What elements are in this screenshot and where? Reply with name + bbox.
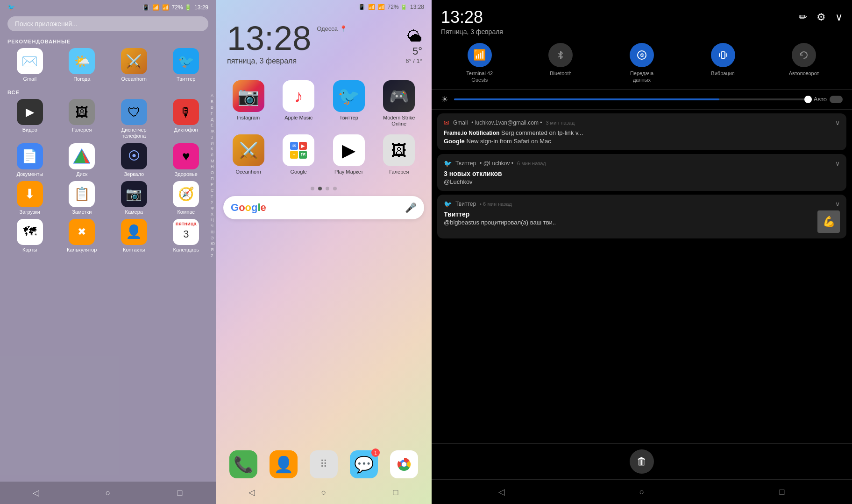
drawer-app-gallery[interactable]: 🖼 Галерея: [58, 99, 106, 139]
home-google-search[interactable]: Google 🎤: [223, 196, 424, 219]
dock-messages[interactable]: 💬 1: [350, 450, 378, 478]
instagram-label: Instagram: [237, 115, 260, 121]
oceanhorn-label: Oceanhorn: [121, 76, 147, 82]
drawer-app-oceanhorn[interactable]: ⚔️ Oceanhorn: [110, 48, 158, 82]
drawer-app-gmail[interactable]: ✉️ Gmail: [6, 48, 54, 82]
quick-vibrate-button[interactable]: Вибрация: [704, 43, 742, 84]
gmail-label: Gmail: [23, 76, 36, 82]
drawer-app-health[interactable]: ♥ Здоровье: [162, 143, 211, 177]
home-location: Одесса 📍: [317, 21, 347, 32]
dock-dialer[interactable]: ⠿: [310, 450, 338, 478]
drawer-home-button[interactable]: ○: [99, 484, 116, 501]
drawer-app-contacts[interactable]: 👤 Контакты: [110, 219, 158, 253]
brightness-auto-toggle[interactable]: [830, 96, 843, 103]
gmail-icon: ✉️: [17, 48, 43, 74]
home-app-twitter[interactable]: 🐦 Твиттер: [327, 80, 370, 127]
notif-card-twitter2[interactable]: 🐦 Твиттер • 6 мин назад ∨ Твиттер @bigbe…: [437, 195, 846, 238]
health-icon: ♥: [173, 143, 199, 169]
drawer-search-placeholder: Поиск приложений...: [15, 20, 78, 28]
alphabet-scroll[interactable]: АБВ ГДЕ ЖЗИ КЛМ НОП РСТ УФХ ЦЧШ ЭЮЯ Z: [211, 93, 215, 259]
home-back-button[interactable]: ◁: [243, 484, 260, 501]
edit-icon[interactable]: ✏: [799, 11, 807, 23]
clear-notifications-button[interactable]: 🗑: [630, 449, 654, 474]
recommended-label: РЕКОМЕНДОВАННЫЕ: [0, 37, 216, 48]
dock-phone[interactable]: 📞: [229, 450, 257, 478]
quick-wifi-button[interactable]: 📶 Terminal 42Guests: [461, 43, 498, 84]
home-app-oceanhorn[interactable]: ⚔️ Oceanhorn: [227, 134, 270, 175]
quick-data-button[interactable]: ① Передачаданных: [623, 43, 660, 84]
weather-icon: 🌤️: [69, 48, 95, 74]
drawer-back-button[interactable]: ◁: [28, 484, 44, 501]
home-app-grid-row2: ⚔️ Oceanhorn ✉ ▶ + 🗺 Google ▶ Play Марке…: [216, 133, 432, 181]
notif-gmail-body2-sender: Google: [444, 138, 465, 145]
svg-text:①: ①: [639, 53, 644, 58]
home-dock: 📞 👤 ⠿ 💬 1: [216, 450, 432, 478]
drawer-app-maps[interactable]: 🗺 Карты: [6, 219, 54, 253]
wifi-quick-icon: 📶: [468, 43, 492, 67]
quick-rotation-button[interactable]: Автоповорот: [785, 43, 823, 84]
dock-contacts[interactable]: 👤: [270, 450, 298, 478]
drawer-app-notes[interactable]: 📋 Заметки: [58, 181, 106, 215]
apple-music-icon: ♪: [283, 80, 314, 112]
quick-bluetooth-button[interactable]: Bluetooth: [542, 43, 579, 84]
drawer-app-weather[interactable]: 🌤️ Погода: [58, 48, 106, 82]
notif-twitter1-expand-icon[interactable]: ∨: [835, 160, 840, 167]
notif-gmail-expand-icon[interactable]: ∨: [835, 119, 840, 126]
notif-twitter2-body: Твиттер @bigbeastus процитировал(а) ваш …: [444, 210, 840, 233]
settings-icon[interactable]: ⚙: [816, 11, 826, 23]
drawer-app-video[interactable]: ▶ Видео: [6, 99, 54, 139]
dot-4: [333, 187, 337, 190]
gallery-label: Галерея: [72, 127, 92, 133]
dock-phone-icon: 📞: [229, 450, 257, 478]
notif-twitter2-expand-icon[interactable]: ∨: [835, 200, 840, 208]
brightness-auto-label: Авто: [814, 96, 827, 103]
drawer-search-bar[interactable]: Поиск приложений...: [7, 16, 208, 31]
dock-chrome[interactable]: [390, 450, 418, 478]
notif-recent-button[interactable]: □: [774, 483, 790, 500]
drawer-battery: 72% 🔋: [172, 4, 192, 11]
notif-gmail-icon: ✉: [444, 119, 449, 126]
notif-back-button[interactable]: ◁: [493, 483, 510, 500]
home-app-instagram[interactable]: 📷 Instagram: [227, 80, 270, 127]
drawer-recent-button[interactable]: □: [171, 484, 188, 501]
compass-icon: 🧭: [173, 181, 199, 207]
docs-icon: 📄: [17, 143, 43, 169]
drawer-vibrate-icon: 📳: [142, 4, 149, 11]
notes-icon: 📋: [69, 181, 95, 207]
vibrate-quick-icon: [711, 43, 735, 67]
home-app-modern-strike[interactable]: 🎮 Modern Strike Online: [378, 80, 421, 127]
drawer-app-twitter[interactable]: 🐦 Твиттер: [162, 48, 211, 82]
drawer-app-calc[interactable]: ✖ Калькулятор: [58, 219, 106, 253]
gallery2-icon: 🖼: [383, 134, 415, 166]
home-app-play[interactable]: ▶ Play Маркет: [327, 134, 370, 175]
drawer-app-compass[interactable]: 🧭 Компас: [162, 181, 211, 215]
notif-card-gmail[interactable]: ✉ Gmail • luchkov.1van@gmail.com • 3 мин…: [437, 113, 846, 150]
drawer-app-calendar[interactable]: пятница 3 Календарь: [162, 219, 211, 253]
drawer-status-icons: 📳 📶 📶 13:29 72% 🔋 13:29: [142, 4, 208, 11]
rotation-quick-label: Автоповорот: [789, 70, 819, 77]
notif-gmail-title: Frame.io Notification: [444, 130, 499, 136]
brightness-sun-icon: ☀: [441, 94, 448, 105]
notif-home-button[interactable]: ○: [633, 483, 650, 500]
google-mic-icon[interactable]: 🎤: [405, 202, 417, 213]
drawer-app-mirror[interactable]: ⦿ Зеркало: [110, 143, 158, 177]
home-home-button[interactable]: ○: [315, 484, 332, 501]
collapse-icon[interactable]: ∨: [835, 11, 843, 23]
drawer-app-downloads[interactable]: ⬇ Загрузки: [6, 181, 54, 215]
home-app-google[interactable]: ✉ ▶ + 🗺 Google: [277, 134, 320, 175]
rotation-quick-icon: [792, 43, 816, 67]
home-app-apple-music[interactable]: ♪ Apple Music: [277, 80, 320, 127]
drawer-wifi-icon: 📶: [162, 4, 169, 11]
drawer-app-camera[interactable]: 📷 Камера: [110, 181, 158, 215]
home-app-gallery2[interactable]: 🖼 Галерея: [378, 134, 421, 175]
drawer-app-drive[interactable]: Диск: [58, 143, 106, 177]
wifi-quick-label: Terminal 42Guests: [466, 70, 493, 84]
docs-label: Документы: [16, 171, 43, 177]
brightness-slider[interactable]: [454, 98, 808, 100]
drawer-app-recorder[interactable]: 🎙 Диктофон: [162, 99, 211, 139]
drawer-app-phone-mgr[interactable]: 🛡 Диспетчер телефона: [110, 99, 158, 139]
home-recent-button[interactable]: □: [387, 484, 404, 501]
drawer-app-docs[interactable]: 📄 Документы: [6, 143, 54, 177]
drawer-signal-icon: 📶: [152, 4, 159, 11]
notif-card-twitter1[interactable]: 🐦 Твиттер • @Luchkov • 6 мин назад ∨ 3 н…: [437, 154, 846, 191]
